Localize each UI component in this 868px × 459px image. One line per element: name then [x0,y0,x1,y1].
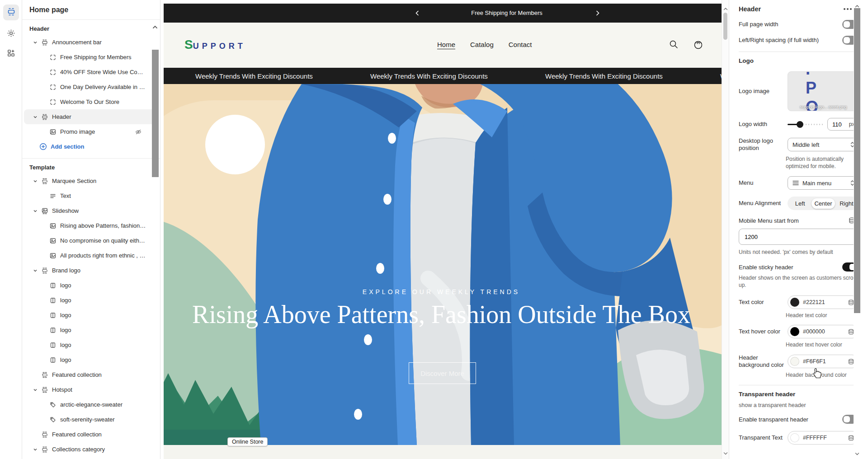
sidebar-item-free-shipping[interactable]: Free Shipping for Members [24,50,158,65]
logo-image-thumbnail[interactable]: P P O support-logo... arent.png [788,71,859,111]
desktop-logo-position-select[interactable]: Middle left [788,138,859,151]
sidebar-item-logo-4[interactable]: logo [24,323,158,337]
sidebar-item-slide-1[interactable]: Rising above Patterns, fashion o... [24,218,158,233]
sidebar-item-marquee-section[interactable]: Marquee Section [24,173,158,188]
lr-spacing-label: Left/Right spacing (if full width) [739,37,838,44]
menu-select[interactable]: Main menu [788,176,859,190]
announcement-next-icon[interactable] [593,9,602,18]
sidebar-item-label: Text [60,192,71,199]
text-hover-color-field[interactable]: #000000 [788,325,859,338]
menu-alignment-label: Menu Alignment [739,200,788,207]
nav-link-contact[interactable]: Contact [509,41,532,48]
transparent-header-subtitle: show a transparent header [739,402,857,408]
transparent-header-heading: Transparent header [739,391,857,398]
columns-icon [49,282,57,289]
add-circle-icon [39,143,47,150]
header-bg-color-field[interactable]: #F6F6F1 [788,355,859,368]
section-icon [41,178,48,185]
chevron-down-icon[interactable] [32,115,38,119]
sidebar-item-serenity-sweater[interactable]: soft-serenity-sweater [24,412,158,427]
sidebar-item-collections-category[interactable]: Collections category [24,442,158,457]
scroll-down-icon[interactable] [723,449,728,457]
chevron-down-icon[interactable] [32,388,38,392]
sidebar-item-label: logo [60,312,71,318]
sidebar-item-welcome[interactable]: Welcome To Our Store [24,94,158,109]
sidebar-item-featured-collection-1[interactable]: Featured collection [24,367,158,382]
hidden-eye-icon[interactable] [135,128,142,136]
nav-link-home[interactable]: Home [437,41,455,48]
sidebar-item-label: 40% OFF Store Wide Use Code ... [60,69,146,75]
logo-width-slider[interactable] [788,121,823,127]
chevron-down-icon[interactable] [32,268,38,273]
section-icon [41,386,48,393]
sidebar-item-text[interactable]: Text [24,188,158,203]
sidebar-item-promo-image[interactable]: Promo image [24,124,158,139]
sidebar-item-logo-6[interactable]: logo [24,352,158,367]
text-color-field[interactable]: #222121 [788,295,859,309]
add-section-button[interactable]: Add section [22,139,160,154]
announcement-prev-icon[interactable] [413,9,422,18]
slideshow-icon [41,207,48,215]
image-icon [49,222,57,230]
mobile-menu-input[interactable] [739,229,857,245]
sections-icon [7,7,16,18]
sidebar-item-logo-1[interactable]: logo [24,278,158,293]
sidebar-item-slide-3[interactable]: All products right from ethnic , a... [24,248,158,263]
hero-slide: EXPLORE OUR WEEKLY TRENDS Rising Above P… [164,84,722,445]
alignment-left-option[interactable]: Left [788,198,811,209]
color-swatch [790,357,799,366]
sidebar-item-announcement-bar[interactable]: Announcement bar [24,35,158,50]
theme-settings-button[interactable] [3,26,19,42]
panel-scrollbar[interactable] [854,0,861,459]
chevron-down-icon[interactable] [32,179,38,183]
site-logo[interactable]: SUPPORT [184,37,246,52]
sidebar-item-slideshow[interactable]: Slideshow [24,203,158,218]
group-label-header: Header [22,20,160,35]
sidebar-item-label: logo [60,327,71,333]
discover-more-button[interactable]: Discover More [409,362,476,384]
scroll-up-icon[interactable] [723,5,728,13]
marquee-bar: Weekly Trends With Exciting Discounts We… [164,68,722,84]
site-logo-first-letter: S [184,37,193,52]
chevron-down-icon[interactable] [32,209,38,213]
sidebar-item-logo-3[interactable]: logo [24,308,158,323]
sidebar-item-label: logo [60,282,71,289]
sidebar-item-one-day-delivery[interactable]: One Day Delivery Available in US [24,80,158,94]
sidebar-item-hotspot[interactable]: Hotspot [24,382,158,397]
left-icon-rail [0,0,22,459]
app-embeds-button[interactable] [3,46,19,62]
sidebar-scroll-up-icon[interactable] [152,23,158,32]
alignment-center-option[interactable]: Center [811,198,835,209]
search-icon[interactable] [669,39,679,50]
logo-width-label: Logo width [739,121,788,128]
site-frame: Free Shipping for Members SUPPORT Home C… [164,4,722,459]
sidebar-item-40-off[interactable]: 40% OFF Store Wide Use Code ... [24,65,158,80]
sections-panel-button[interactable] [3,5,19,20]
gear-icon [7,29,15,39]
sidebar-item-header[interactable]: Header [24,109,158,124]
group-label-template: Template [22,159,160,173]
preview-scrollbar[interactable] [722,0,729,459]
nav-link-catalog[interactable]: Catalog [470,41,494,48]
preview-scrollbar-thumb[interactable] [723,13,727,40]
logo-thumb-filename: support-logo... arent.png [788,104,859,109]
desktop-logo-position-helper: Position is automatically optimized for … [786,155,857,170]
sidebar-scrollbar-thumb[interactable] [152,50,159,177]
sidebar-item-label: Rising above Patterns, fashion o... [60,222,146,229]
logo-width-input[interactable] [832,121,846,128]
more-options-icon[interactable] [844,8,852,10]
sidebar-item-arctic-sweater[interactable]: arctic-elegance-sweater [24,397,158,412]
scroll-down-icon[interactable] [855,450,859,458]
full-page-width-label: Full page width [739,21,829,28]
sidebar-item-logo-2[interactable]: logo [24,293,158,308]
sidebar-item-featured-collection-2[interactable]: Featured collection [24,427,158,442]
sidebar-item-logo-5[interactable]: logo [24,337,158,352]
chevron-down-icon[interactable] [32,447,38,452]
chevron-down-icon[interactable] [32,40,38,45]
transparent-text-field[interactable]: #FFFFFF [788,431,859,445]
sidebar-item-slide-2[interactable]: No compromise on quality eithe... [24,233,158,248]
account-icon[interactable] [693,39,703,50]
sidebar-item-brand-logo[interactable]: Brand logo [24,263,158,278]
columns-icon [49,356,57,364]
panel-scrollbar-thumb[interactable] [854,8,860,313]
